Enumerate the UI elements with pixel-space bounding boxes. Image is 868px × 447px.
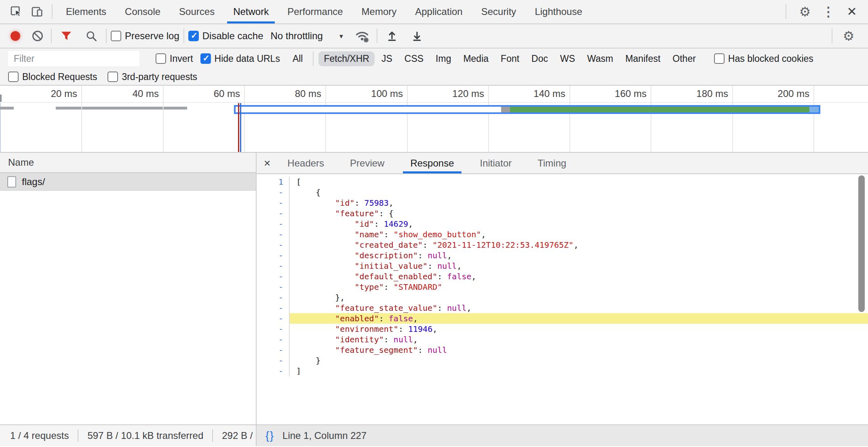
throttling-dropdown[interactable]: No throttling ▼ — [270, 30, 344, 42]
export-har-icon[interactable] — [407, 25, 428, 46]
fold-marker: - — [257, 313, 290, 324]
chevron-down-icon: ▼ — [338, 33, 344, 40]
tab-performance[interactable]: Performance — [278, 0, 352, 23]
response-code-viewer[interactable]: 1[- {- "id": 75983,- "feature": {- "id":… — [257, 174, 868, 424]
third-party-checkbox[interactable] — [107, 72, 118, 82]
type-filter-manifest[interactable]: Manifest — [620, 51, 666, 66]
has-blocked-cookies-toggle[interactable]: Has blocked cookies — [714, 53, 813, 64]
tab-memory[interactable]: Memory — [352, 0, 406, 23]
type-filter-wasm[interactable]: Wasm — [582, 51, 618, 66]
timeline-gridline — [244, 86, 245, 152]
device-toolbar-icon[interactable] — [27, 1, 48, 22]
timeline-gridline — [813, 86, 814, 152]
search-icon[interactable] — [81, 25, 102, 46]
clear-requests-icon[interactable] — [32, 31, 43, 41]
detail-tab-timing[interactable]: Timing — [529, 153, 574, 173]
hide-data-urls-checkbox[interactable] — [200, 53, 211, 64]
invert-toggle[interactable]: Invert — [156, 53, 193, 64]
throttling-value: No throttling — [270, 30, 322, 42]
code-line: - "created_date": "2021-11-12T10:22:53.4… — [257, 240, 868, 250]
code-line: - "id": 14629, — [257, 219, 868, 229]
pretty-print-icon[interactable]: {} — [265, 430, 274, 442]
type-filter-ws[interactable]: WS — [555, 51, 580, 66]
divider — [52, 4, 53, 19]
import-har-icon[interactable] — [381, 25, 402, 46]
line-number: 1 — [257, 177, 290, 187]
blocked-requests-checkbox[interactable] — [8, 72, 19, 82]
code-line: - "initial_value": null, — [257, 261, 868, 271]
type-filter-js[interactable]: JS — [376, 51, 398, 66]
timeline-gridline — [407, 86, 408, 152]
type-filter-doc[interactable]: Doc — [526, 51, 553, 66]
filter-input[interactable] — [8, 51, 139, 66]
tab-lighthouse[interactable]: Lighthouse — [525, 0, 591, 23]
detail-tab-preview[interactable]: Preview — [342, 153, 392, 173]
waterfall-waiting-segment — [510, 107, 809, 112]
panel-tabs: ElementsConsoleSourcesNetworkPerformance… — [57, 0, 592, 23]
tab-application[interactable]: Application — [406, 0, 472, 23]
tab-sources[interactable]: Sources — [170, 0, 224, 23]
type-filter-font[interactable]: Font — [495, 51, 525, 66]
close-devtools-icon[interactable]: ✕ — [841, 1, 862, 22]
divider — [786, 4, 786, 19]
code-text: "feature_state_value": null, — [290, 303, 868, 313]
code-text: "environment": 11946, — [290, 324, 868, 334]
type-filter-media[interactable]: Media — [458, 51, 494, 66]
code-text: [ — [290, 177, 868, 187]
timeline-tick-label: 80 ms — [257, 88, 321, 99]
tab-console[interactable]: Console — [116, 0, 170, 23]
overview-request-bar — [0, 107, 14, 110]
network-overview-timeline[interactable]: 20 ms40 ms60 ms80 ms100 ms120 ms140 ms16… — [0, 86, 868, 153]
code-text: { — [290, 187, 868, 198]
fold-marker: - — [257, 282, 290, 292]
has-blocked-cookies-checkbox[interactable] — [714, 53, 725, 64]
fold-marker: - — [257, 240, 290, 250]
type-filter-other[interactable]: Other — [667, 51, 701, 66]
load-event-line — [238, 103, 239, 152]
vertical-scrollbar[interactable] — [858, 175, 865, 312]
name-column-header[interactable]: Name — [0, 153, 256, 173]
type-filter-fetchxhr[interactable]: Fetch/XHR — [318, 51, 374, 66]
selected-request-waterfall-bar[interactable] — [234, 105, 820, 114]
settings-gear-icon[interactable]: ⚙ — [794, 1, 815, 22]
type-filter-all[interactable]: All — [287, 51, 308, 66]
kebab-menu-icon[interactable]: ⋮ — [818, 1, 839, 22]
tab-elements[interactable]: Elements — [57, 0, 116, 23]
timeline-tick-label: 120 ms — [419, 88, 484, 99]
requests-count: 1 / 4 requests — [10, 430, 69, 441]
request-name: flags/ — [22, 176, 45, 188]
third-party-label: 3rd-party requests — [122, 72, 197, 82]
resources-size-clipped: 292 B / 2 — [222, 430, 257, 441]
file-icon — [7, 176, 16, 188]
detail-tab-headers[interactable]: Headers — [279, 153, 332, 173]
record-icon[interactable] — [11, 31, 20, 41]
type-filter-css[interactable]: CSS — [399, 51, 429, 66]
network-settings-gear-icon[interactable]: ⚙ — [838, 25, 859, 46]
type-filter-img[interactable]: Img — [430, 51, 456, 66]
hide-data-urls-toggle[interactable]: Hide data URLs — [200, 53, 280, 64]
code-text: "feature_segment": null — [290, 345, 868, 355]
detail-tab-response[interactable]: Response — [402, 153, 462, 173]
detail-tab-initiator[interactable]: Initiator — [472, 153, 520, 173]
filter-funnel-icon[interactable] — [56, 25, 77, 46]
fold-marker: - — [257, 261, 290, 271]
code-text: "identity": null, — [290, 334, 868, 345]
request-row-flags[interactable]: flags/ — [0, 173, 256, 191]
fold-marker: - — [257, 355, 290, 366]
network-conditions-icon[interactable] — [352, 25, 373, 46]
domcontentloaded-event-line — [240, 103, 241, 152]
disable-cache-checkbox[interactable] — [188, 31, 199, 41]
blocked-requests-toggle[interactable]: Blocked Requests — [8, 72, 97, 82]
detail-tabs: HeadersPreviewResponseInitiatorTiming — [274, 153, 579, 173]
preserve-log-toggle[interactable]: Preserve log — [111, 30, 179, 42]
invert-label: Invert — [170, 53, 193, 64]
invert-checkbox[interactable] — [156, 53, 166, 64]
close-detail-icon[interactable]: × — [264, 157, 270, 170]
preserve-log-checkbox[interactable] — [111, 31, 121, 41]
disable-cache-label: Disable cache — [202, 30, 263, 42]
third-party-toggle[interactable]: 3rd-party requests — [107, 72, 197, 82]
disable-cache-toggle[interactable]: Disable cache — [188, 30, 263, 42]
tab-security[interactable]: Security — [472, 0, 526, 23]
inspect-element-icon[interactable] — [6, 1, 27, 22]
tab-network[interactable]: Network — [224, 0, 278, 23]
